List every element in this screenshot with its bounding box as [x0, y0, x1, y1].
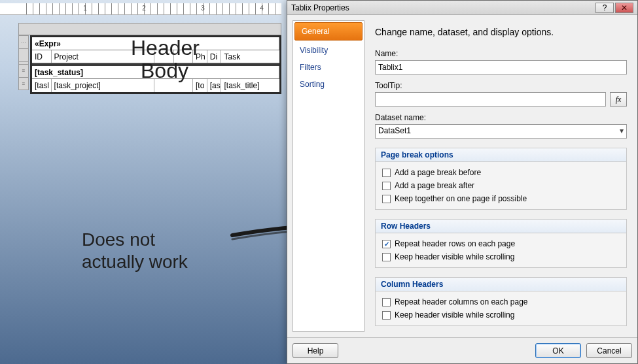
tablix-cell[interactable] [154, 50, 174, 63]
name-label: Name: [375, 49, 627, 58]
checkbox-label: Keep header visible while scrolling [395, 310, 514, 320]
checkbox-label: Add a page break before [395, 168, 481, 177]
group-column-headers: Column Headers Repeat header columns on … [375, 277, 627, 326]
tablix-cell[interactable]: Ph [193, 50, 207, 63]
checkbox-icon[interactable]: ✔ [382, 240, 391, 248]
checkbox-label: Keep together on one page if possible [395, 194, 527, 203]
checkbox-label: Repeat header columns on each page [395, 297, 527, 306]
tablix-cell[interactable] [154, 79, 193, 92]
row-handle[interactable] [18, 48, 29, 61]
tablix-row[interactable]: «Expr» [32, 37, 279, 50]
row-handles: ⋯ ≡ ≡ [18, 35, 29, 90]
tablix-cell[interactable]: Project [52, 50, 154, 63]
ruler-ticks [26, 3, 281, 14]
help-window-button[interactable]: ? [595, 3, 614, 13]
tablix-cell[interactable]: Task [221, 50, 279, 63]
annotation-note: Does not actually work [82, 229, 188, 273]
tablix-design-surface[interactable]: ⋯ ≡ ≡ «Expr» ID Project Ph Di Task [task… [30, 35, 281, 94]
checkbox-icon[interactable] [382, 253, 391, 261]
close-window-button[interactable]: ✕ [615, 3, 633, 13]
nav-item-visibility[interactable]: Visibility [293, 42, 364, 59]
checkbox-row[interactable]: Keep header visible while scrolling [382, 250, 620, 263]
tablix-cell[interactable] [174, 50, 194, 63]
row-handle[interactable]: ⋯ [18, 35, 29, 48]
dialog-nav: General Visibility Filters Sorting [292, 20, 364, 332]
dialog-body: General Visibility Filters Sorting Chang… [287, 15, 637, 337]
checkbox-row[interactable]: Add a page break after [382, 179, 620, 192]
tablix-cell[interactable]: [tasl [32, 79, 52, 92]
tablix-row[interactable]: [task_status] [32, 66, 279, 79]
tablix-cell[interactable]: ID [32, 50, 52, 63]
dataset-label: Dataset name: [375, 113, 627, 122]
nav-item-sorting[interactable]: Sorting [293, 76, 364, 93]
ruler-label: 4 [260, 5, 264, 12]
group-title: Column Headers [376, 278, 626, 291]
tablix-cell[interactable]: [task_title] [221, 79, 279, 92]
dialog-button-row: Help OK Cancel [287, 337, 637, 363]
checkbox-row[interactable]: Keep together on one page if possible [382, 192, 620, 205]
cancel-button[interactable]: Cancel [586, 343, 632, 358]
annotation-note-line1: Does not [82, 229, 155, 250]
checkbox-row[interactable]: Keep header visible while scrolling [382, 308, 620, 322]
dialog-title: Tablix Properties [291, 3, 349, 12]
ruler-label: 1 [83, 5, 87, 12]
dialog-headline: Change name, dataset, and display option… [375, 27, 627, 37]
group-title: Row Headers [376, 220, 626, 233]
dataset-combo[interactable]: DataSet1 [375, 124, 627, 139]
dataset-value: DataSet1 [378, 126, 411, 135]
tablix-row[interactable]: ID Project Ph Di Task [32, 50, 279, 63]
help-button[interactable]: Help [292, 343, 338, 358]
nav-item-general[interactable]: General [294, 22, 363, 41]
tablix-properties-dialog: Tablix Properties ? ✕ General Visibility… [287, 0, 638, 364]
group-page-break: Page break options Add a page break befo… [375, 148, 627, 210]
dialog-content: Change name, dataset, and display option… [370, 20, 632, 332]
name-input[interactable] [375, 60, 627, 74]
ruler-label: 3 [201, 5, 205, 12]
group-title: Page break options [376, 148, 626, 162]
dialog-titlebar[interactable]: Tablix Properties ? ✕ [287, 1, 637, 15]
checkbox-icon[interactable] [382, 311, 391, 320]
checkbox-icon[interactable] [382, 195, 391, 203]
fx-button[interactable]: fx [610, 92, 627, 107]
tooltip-input[interactable] [375, 92, 606, 107]
tablix-cell[interactable]: Di [207, 50, 222, 63]
tablix[interactable]: «Expr» ID Project Ph Di Task [task_statu… [30, 35, 281, 94]
tooltip-label: ToolTip: [375, 81, 627, 90]
row-handle[interactable]: ≡ [18, 64, 29, 77]
ok-button[interactable]: OK [535, 343, 581, 358]
checkbox-row[interactable]: Repeat header columns on each page [382, 295, 620, 308]
checkbox-icon[interactable] [382, 169, 391, 177]
tablix-cell[interactable]: [to [193, 79, 207, 92]
tablix-cell[interactable]: «Expr» [32, 37, 279, 50]
checkbox-row[interactable]: ✔ Repeat header rows on each page [382, 237, 620, 250]
tablix-cell[interactable]: [as [207, 79, 222, 92]
nav-item-filters[interactable]: Filters [293, 59, 364, 76]
checkbox-label: Repeat header rows on each page [395, 239, 515, 248]
annotation-note-line2: actually work [82, 252, 188, 272]
checkbox-icon[interactable] [382, 298, 391, 306]
checkbox-label: Add a page break after [395, 181, 474, 190]
row-handle[interactable]: ≡ [18, 77, 29, 90]
tablix-cell[interactable]: [task_status] [32, 66, 279, 78]
group-row-headers: Row Headers ✔ Repeat header rows on each… [375, 219, 627, 268]
checkbox-icon[interactable] [382, 182, 391, 190]
checkbox-row[interactable]: Add a page break before [382, 166, 620, 179]
checkbox-label: Keep header visible while scrolling [395, 252, 514, 261]
ruler: 1 2 3 4 [0, 3, 281, 15]
column-header-stub[interactable] [18, 23, 281, 35]
tablix-row[interactable]: [tasl [task_project] [to [as [task_title… [32, 79, 279, 92]
tablix-cell[interactable]: [task_project] [52, 79, 154, 92]
ruler-label: 2 [142, 5, 146, 12]
